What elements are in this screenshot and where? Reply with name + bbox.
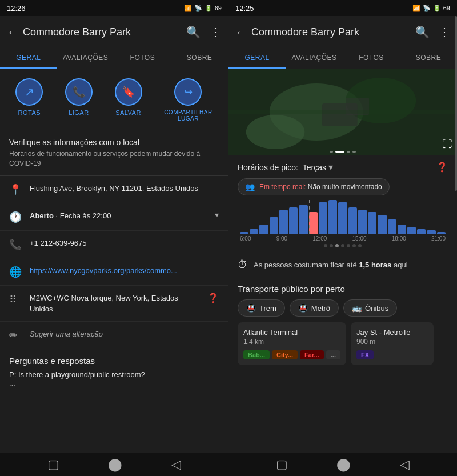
help-icon: ❓ [207,293,219,303]
phone-row-icon: 📞 [9,238,21,251]
transport-title: Transporte público por perto [238,284,448,294]
chart-bar-15 [388,219,396,234]
right-panel-content: ⛶ Horários de pico: Terças ▾ ❓ [228,69,457,453]
left-search-icon[interactable]: 🔍 [186,25,201,39]
hours-row: 🕐 Aberto · Fecha às 22:00 ▾ [0,203,228,231]
right-time: 12:25 [235,4,254,13]
edit-icon: ✏ [9,329,21,342]
trem-icon: 🚇 [246,303,256,313]
left-tab-sobre[interactable]: SOBRE [171,48,228,69]
hours-chevron[interactable]: ▾ [215,210,219,219]
left-panel-title: Commodore Barry Park [23,26,182,38]
rotas-button[interactable]: ↗ ROTAS [15,78,43,122]
hours-content: Aberto · Fecha às 22:00 [30,210,206,221]
left-nav-square[interactable]: ▢ [47,457,59,472]
right-tab-avaliacoes[interactable]: AVALIAÇÕES [286,48,343,69]
right-tab-sobre[interactable]: SOBRE [400,48,457,69]
salvar-button[interactable]: 🔖 SALVAR [115,78,142,122]
right-signal-icon: 📶 [412,5,420,12]
chart-labels: 6:00 9:00 12:00 15:00 18:00 21:00 [238,234,448,242]
left-tabs: GERAL AVALIAÇÕES FOTOS SOBRE [0,48,228,69]
plus-code-icon: ⠿ [9,293,21,306]
rotas-label: ROTAS [18,109,41,116]
left-tab-fotos[interactable]: FOTOS [114,48,171,69]
suggest-content: Sugerir uma alteração [30,329,219,339]
right-nav-square[interactable]: ▢ [276,457,288,472]
left-panel-content: ↗ ROTAS 📞 LIGAR 🔖 SALVAR [0,69,228,453]
suggest-row[interactable]: ✏ Sugerir uma alteração [0,322,228,349]
compartilhar-button[interactable]: ↪ COMPARTILHARLUGAR [164,78,213,122]
right-back-button[interactable]: ← [235,26,247,39]
peak-help-icon[interactable]: ❓ [436,162,448,173]
chart-bar-4 [279,210,288,234]
right-panel: ← Commodore Barry Park 🔍 ⋮ GERAL AVALIAÇ… [228,16,457,453]
right-bottom-nav: ▢ ⬤ ◁ [228,453,457,476]
chart-label-1200: 12:00 [312,235,327,242]
peak-day-dropdown[interactable]: Terças ▾ [303,162,333,173]
atlantic-distance: 1,4 km [243,338,340,346]
salvar-label: SALVAR [115,109,141,116]
hours-text[interactable]: Aberto · Fecha às 22:00 [30,211,111,220]
qa-section: Perguntas e respostas P: Is there a play… [0,349,228,394]
chart-bar-5 [289,207,298,234]
salvar-icon-circle: 🔖 [115,78,142,106]
transit-card-jaystreet[interactable]: Jay St - MetroTe 900 m FX [351,322,434,365]
website-text[interactable]: https://www.nycgovparks.org/parks/commo.… [30,266,177,275]
chart-container: 6:00 9:00 12:00 15:00 18:00 21:00 [238,200,448,246]
chart-label-2100: 21:00 [431,235,446,242]
photo-area[interactable]: ⛶ [228,69,457,155]
clock-icon: 🕐 [9,211,21,223]
left-tab-avaliacoes[interactable]: AVALIAÇÕES [57,48,114,69]
right-nav-home[interactable]: ⬤ [336,457,351,472]
phone-content: +1 212-639-9675 [30,238,219,249]
right-tab-geral[interactable]: GERAL [228,48,286,69]
plus-code-row: ⠿ M2WC+WC Nova Iorque, New York, Estados… [0,286,228,322]
chart-dot-3 [335,244,339,247]
right-tabs: GERAL AVALIAÇÕES FOTOS SOBRE [228,48,457,69]
right-status-icons: 📶 📡 🔋 69 [412,5,450,12]
chevron-down-icon: ▾ [215,210,219,219]
suggest-text: Sugerir uma alteração [30,330,103,338]
left-time: 12:26 [7,4,26,13]
photo-dots [330,151,356,153]
website-row: 🌐 https://www.nycgovparks.org/parks/comm… [0,258,228,286]
left-nav-home[interactable]: ⬤ [108,457,122,472]
right-nav-back[interactable]: ◁ [400,457,410,472]
qa-title: Perguntas e respostas [9,356,219,366]
jaystreet-name: Jay St - MetroTe [356,328,428,337]
chart-bar-17 [407,227,416,234]
right-wifi-icon: 📡 [423,5,431,12]
chart-bar-19 [427,230,435,234]
timer-icon: ⏱ [238,259,248,271]
qa-question: P: Is there a playground/public restroom… [9,370,219,379]
chart-bar-10 [338,202,347,234]
transport-section: Transporte público por perto 🚇 Trem 🚇 Me… [228,277,457,372]
left-signal-icon: 📶 [184,5,192,12]
left-more-icon[interactable]: ⋮ [210,25,221,39]
chart-bar-13 [368,212,376,234]
chart-label-1800: 18:00 [392,235,406,242]
left-tab-geral[interactable]: GERAL [0,48,57,69]
right-search-icon[interactable]: 🔍 [415,25,430,39]
phone-icon: 📞 [73,86,85,98]
left-nav-back[interactable]: ◁ [171,457,181,472]
qa-question-text[interactable]: P: Is there a playground/public restroom… [9,370,145,379]
duration-bold: 1,5 horas [359,261,391,269]
right-more-icon[interactable]: ⋮ [439,25,450,39]
qa-dots: ... [9,379,219,387]
phone-text[interactable]: +1 212-639-9675 [30,239,86,247]
ligar-button[interactable]: 📞 LIGAR [65,78,93,122]
filter-trem[interactable]: 🚇 Trem [238,299,285,317]
action-buttons: ↗ ROTAS 📞 LIGAR 🔖 SALVAR [0,69,228,131]
transit-card-atlantic[interactable]: Atlantic Terminal 1,4 km Bab... City... … [238,322,346,365]
plus-code-help[interactable]: ❓ [207,293,219,303]
filter-onibus[interactable]: 🚌 Ônibus [343,299,397,317]
expand-icon[interactable]: ⛶ [442,138,452,150]
filter-metro[interactable]: 🚇 Metrô [290,299,339,317]
notice-title: Verifique as informações com o local [9,138,219,147]
address-text[interactable]: Flushing Ave, Brooklyn, NY 11201, Estado… [30,184,198,193]
badge-bab: Bab... [243,350,270,359]
left-bottom-nav: ▢ ⬤ ◁ [0,453,228,476]
left-back-button[interactable]: ← [7,26,18,39]
right-tab-fotos[interactable]: FOTOS [343,48,400,69]
